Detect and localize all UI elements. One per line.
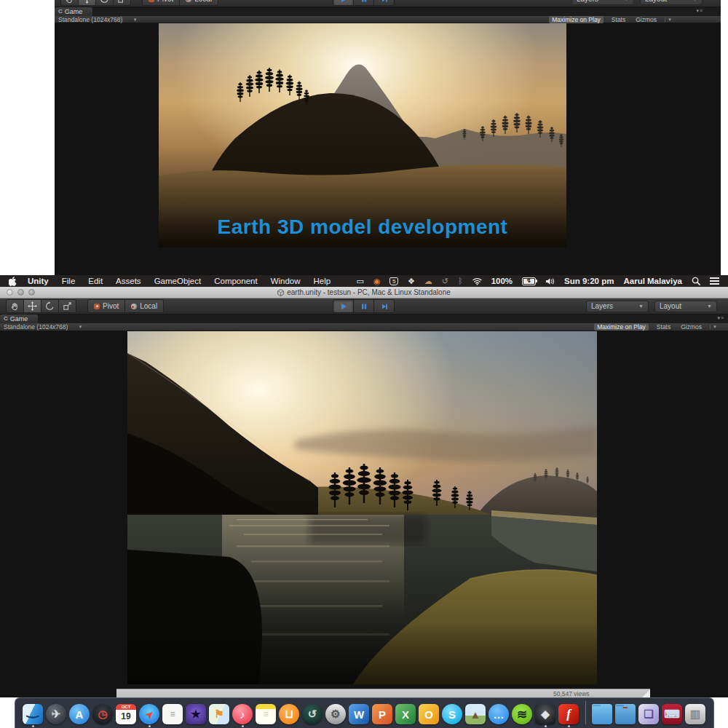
- step-button[interactable]: [373, 0, 395, 6]
- local-button[interactable]: Local: [124, 299, 164, 313]
- pause-button[interactable]: [353, 299, 374, 313]
- menu-gameobject[interactable]: GameObject: [148, 277, 208, 285]
- pivot-button[interactable]: Pivot: [142, 0, 180, 6]
- hand-tool-button[interactable]: [6, 299, 24, 313]
- battery-percent[interactable]: 100%: [491, 277, 513, 285]
- dock-item-print-utility[interactable]: ⌨: [662, 704, 683, 727]
- stats-toggle[interactable]: Stats: [654, 323, 673, 331]
- menu-unity[interactable]: Unity: [21, 277, 55, 285]
- dock-item-folder-downloads[interactable]: ▬: [615, 704, 636, 727]
- dock-item-documents-stack[interactable]: ❏: [638, 704, 660, 727]
- menu-bar-user[interactable]: Aarul Malaviya: [623, 277, 682, 285]
- layout-dropdown[interactable]: Layout▼: [654, 301, 717, 312]
- menu-component[interactable]: Component: [207, 277, 264, 285]
- dock-item-trash[interactable]: ▥: [685, 704, 706, 727]
- wifi-icon[interactable]: [472, 277, 482, 285]
- shield-5-icon[interactable]: 5: [389, 277, 397, 285]
- layers-dropdown[interactable]: Layers▼: [571, 0, 634, 5]
- menu-edit[interactable]: Edit: [82, 277, 109, 285]
- local-icon: [131, 304, 137, 309]
- dock-item-reminders[interactable]: ≡: [162, 704, 183, 727]
- dock-item-notes[interactable]: ≡: [256, 704, 277, 727]
- local-label: Local: [140, 302, 157, 310]
- dock-item-folder-applications[interactable]: [592, 704, 613, 727]
- layers-dropdown[interactable]: Layers▼: [586, 301, 649, 312]
- scale-tool-button[interactable]: [113, 0, 131, 6]
- dock-item-word[interactable]: W: [349, 704, 370, 727]
- play-button[interactable]: [333, 299, 354, 313]
- background-window-edge[interactable]: 50,547 views: [116, 689, 650, 697]
- menu-bar-clock[interactable]: Sun 9:20 pm: [564, 277, 614, 285]
- menu-help[interactable]: Help: [307, 277, 338, 285]
- local-button[interactable]: Local: [179, 0, 218, 6]
- minimize-window-button[interactable]: [17, 289, 24, 296]
- apple-menu[interactable]: [9, 277, 17, 286]
- dock-item-excel[interactable]: X: [395, 704, 416, 727]
- dropbox-icon[interactable]: ❖: [408, 277, 415, 285]
- time-machine-menu-icon[interactable]: ↺: [442, 277, 448, 285]
- tab-game[interactable]: CGame: [55, 7, 92, 16]
- tab-options-icon[interactable]: ▾≡: [717, 315, 724, 321]
- gizmos-toggle[interactable]: Gizmos: [678, 323, 704, 331]
- dock-item-finder[interactable]: ‿: [23, 704, 44, 727]
- volume-icon[interactable]: [545, 277, 555, 285]
- zoom-window-button[interactable]: [28, 289, 35, 296]
- dock-item-skype[interactable]: S: [442, 704, 463, 727]
- dock-item-office[interactable]: O: [419, 704, 440, 727]
- dock-item-maps[interactable]: ⚑: [209, 704, 230, 727]
- pivot-label: Pivot: [103, 302, 119, 310]
- tab-game[interactable]: CGame: [0, 314, 38, 323]
- battery-icon[interactable]: ↯: [522, 277, 536, 285]
- dock-item-system-preferences[interactable]: ⚙: [325, 704, 347, 727]
- dock-item-flash[interactable]: f: [558, 704, 579, 727]
- dock-item-calendar[interactable]: OCT19: [116, 704, 137, 727]
- pause-button[interactable]: [353, 0, 374, 6]
- dock-item-dashboard[interactable]: ◷: [92, 704, 114, 727]
- gizmos-dropdown-icon[interactable]: ▼: [710, 325, 717, 329]
- notification-center-icon[interactable]: [710, 277, 719, 279]
- layout-dropdown[interactable]: Layout▼: [640, 0, 703, 5]
- dock-item-preview[interactable]: ▲: [465, 704, 486, 727]
- stats-toggle[interactable]: Stats: [609, 16, 628, 23]
- dock-item-itunes[interactable]: ♪: [232, 704, 253, 727]
- dock-item-powerpoint[interactable]: P: [372, 704, 393, 727]
- dock-item-spotify[interactable]: ≋: [512, 704, 533, 727]
- rotate-tool-button[interactable]: [95, 0, 114, 6]
- close-window-button[interactable]: [7, 289, 13, 296]
- teamviewer-icon[interactable]: ◉: [373, 277, 381, 285]
- dock-item-app-store[interactable]: A: [69, 704, 90, 727]
- step-button[interactable]: [373, 299, 395, 313]
- background-views-text: 50,547 views: [553, 690, 590, 697]
- resolution-dropdown[interactable]: Standalone (1024x768)▼: [58, 16, 137, 23]
- dock-item-ibooks[interactable]: ⊔: [279, 704, 300, 727]
- maximize-on-play-toggle[interactable]: Maximize on Play: [594, 323, 649, 331]
- maximize-on-play-toggle[interactable]: Maximize on Play: [549, 16, 604, 23]
- hand-tool-button[interactable]: [60, 0, 79, 6]
- move-tool-button[interactable]: [23, 299, 41, 313]
- resolution-dropdown[interactable]: Standalone (1024x768)▼: [4, 323, 82, 331]
- dock-item-launchpad[interactable]: ✈: [46, 704, 67, 727]
- game-view-main: [0, 331, 728, 697]
- gizmos-dropdown-icon[interactable]: ▼: [665, 17, 672, 22]
- move-tool-button[interactable]: [78, 0, 96, 6]
- tab-options-icon[interactable]: ▾≡: [696, 8, 703, 14]
- play-button[interactable]: [333, 0, 354, 6]
- dock-item-imovie[interactable]: ★: [186, 704, 207, 727]
- spotlight-search-icon[interactable]: [692, 277, 700, 285]
- rotate-tool-button[interactable]: [41, 299, 59, 313]
- dock-item-messages[interactable]: …: [488, 704, 510, 727]
- window-title-bar[interactable]: earth.unity - testsun - PC, Mac & Linux …: [0, 287, 728, 298]
- scale-tool-button[interactable]: [58, 299, 76, 313]
- imovie-icon: ★: [186, 704, 206, 724]
- menu-window[interactable]: Window: [264, 277, 307, 285]
- menu-assets[interactable]: Assets: [109, 277, 148, 285]
- dock-item-safari[interactable]: ➤: [139, 704, 160, 727]
- bluetooth-icon[interactable]: ᛒ: [458, 277, 463, 285]
- dock-item-unity[interactable]: ◆: [535, 704, 556, 727]
- pivot-button[interactable]: Pivot: [87, 299, 125, 313]
- menu-file[interactable]: File: [55, 277, 82, 285]
- display-icon[interactable]: ▭: [356, 277, 363, 285]
- dock-item-time-machine[interactable]: ↺: [302, 704, 323, 727]
- cloud-upload-icon[interactable]: ☁: [424, 277, 432, 285]
- gizmos-toggle[interactable]: Gizmos: [633, 16, 659, 23]
